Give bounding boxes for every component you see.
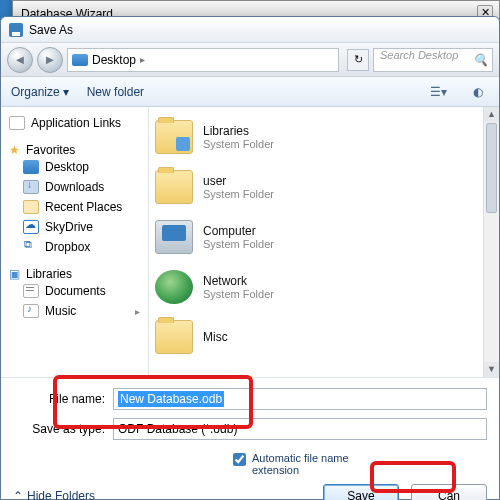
list-item[interactable]: ComputerSystem Folder (155, 215, 493, 259)
auto-extension-input[interactable] (233, 453, 246, 466)
refresh-icon: ↻ (354, 53, 363, 66)
sidebar-item-documents[interactable]: Documents (9, 281, 140, 301)
auto-extension-checkbox[interactable]: Automatic file name extension (221, 450, 499, 484)
sidebar-item-music[interactable]: Music▸ (9, 301, 140, 321)
folder-icon (155, 270, 193, 304)
list-item-subtitle: System Folder (203, 238, 274, 250)
desktop-icon (23, 160, 39, 174)
list-item-name: user (203, 174, 274, 188)
folder-icon (155, 170, 193, 204)
folder-icon (155, 320, 193, 354)
list-item-subtitle: System Folder (203, 288, 274, 300)
cloud-icon (23, 220, 39, 234)
body-area: Application Links ★ Favorites Desktop Do… (1, 107, 499, 377)
save-as-type-label: Save as type: (13, 422, 113, 436)
chevron-right-icon: ▸ (135, 306, 140, 317)
view-mode-button[interactable]: ☰▾ (427, 82, 449, 102)
save-as-type-value: ODF Database (*.odb) (118, 422, 237, 436)
cancel-button[interactable]: Can (411, 484, 487, 500)
folder-icon (155, 120, 193, 154)
sidebar-libraries-header[interactable]: ▣ Libraries (9, 267, 140, 281)
hide-folders-button[interactable]: ⌃ Hide Folders (13, 489, 95, 500)
sidebar-item-desktop[interactable]: Desktop (9, 157, 140, 177)
list-item-subtitle: System Folder (203, 138, 274, 150)
music-icon (23, 304, 39, 318)
scrollbar[interactable]: ▲ ▼ (483, 107, 499, 377)
sidebar-item-skydrive[interactable]: SkyDrive (9, 217, 140, 237)
libraries-icon: ▣ (9, 267, 20, 281)
chevron-up-icon: ⌃ (13, 489, 23, 500)
toolbar: Organize ▾ New folder ☰▾ ◐ (1, 77, 499, 107)
list-item[interactable]: NetworkSystem Folder (155, 265, 493, 309)
file-name-field[interactable]: New Database.odb (113, 388, 487, 410)
save-as-type-field[interactable]: ODF Database (*.odb) (113, 418, 487, 440)
form-area: File name: New Database.odb Save as type… (1, 377, 499, 450)
chevron-down-icon: ▾ (63, 85, 69, 99)
downloads-icon (23, 180, 39, 194)
chevron-right-icon: ▸ (140, 54, 145, 65)
documents-icon (23, 284, 39, 298)
back-button[interactable]: ◄ (7, 47, 33, 73)
save-icon (9, 23, 23, 37)
folder-icon (155, 220, 193, 254)
desktop-icon (72, 54, 88, 66)
forward-button[interactable]: ► (37, 47, 63, 73)
file-name-value: New Database.odb (118, 391, 224, 407)
sidebar-item-recent-places[interactable]: Recent Places (9, 197, 140, 217)
button-bar: ⌃ Hide Folders Save Can (1, 484, 499, 500)
save-as-dialog: Save As ◄ ► Desktop ▸ ↻ Search Desktop 🔍… (0, 16, 500, 500)
file-name-label: File name: (13, 392, 113, 406)
sidebar-favorites-header[interactable]: ★ Favorites (9, 143, 140, 157)
scroll-down-icon[interactable]: ▼ (484, 362, 499, 377)
search-placeholder: Search Desktop (380, 49, 458, 61)
save-button[interactable]: Save (323, 484, 399, 500)
sidebar-item-app-links[interactable]: Application Links (9, 113, 140, 133)
nav-bar: ◄ ► Desktop ▸ ↻ Search Desktop 🔍 (1, 43, 499, 77)
list-item[interactable]: Misc (155, 315, 493, 359)
file-list: LibrariesSystem FolderuserSystem FolderC… (149, 107, 499, 377)
list-item-name: Computer (203, 224, 274, 238)
new-folder-button[interactable]: New folder (87, 85, 144, 99)
dropbox-icon (23, 240, 39, 254)
list-item[interactable]: userSystem Folder (155, 165, 493, 209)
list-item-name: Libraries (203, 124, 274, 138)
dialog-title-bar: Save As (1, 17, 499, 43)
scroll-up-icon[interactable]: ▲ (484, 107, 499, 122)
search-icon: 🔍 (473, 53, 488, 67)
star-icon: ★ (9, 143, 20, 157)
scroll-thumb[interactable] (486, 123, 497, 213)
links-icon (9, 116, 25, 130)
sidebar: Application Links ★ Favorites Desktop Do… (1, 107, 149, 377)
list-item[interactable]: LibrariesSystem Folder (155, 115, 493, 159)
refresh-button[interactable]: ↻ (347, 49, 369, 71)
list-item-subtitle: System Folder (203, 188, 274, 200)
help-icon[interactable]: ◐ (467, 82, 489, 102)
list-item-name: Misc (203, 330, 228, 344)
sidebar-item-dropbox[interactable]: Dropbox (9, 237, 140, 257)
breadcrumb-location: Desktop (92, 53, 136, 67)
organize-menu[interactable]: Organize ▾ (11, 85, 69, 99)
search-input[interactable]: Search Desktop 🔍 (373, 48, 493, 72)
recent-icon (23, 200, 39, 214)
sidebar-item-downloads[interactable]: Downloads (9, 177, 140, 197)
breadcrumb[interactable]: Desktop ▸ (67, 48, 339, 72)
list-item-name: Network (203, 274, 274, 288)
dialog-title: Save As (29, 23, 73, 37)
